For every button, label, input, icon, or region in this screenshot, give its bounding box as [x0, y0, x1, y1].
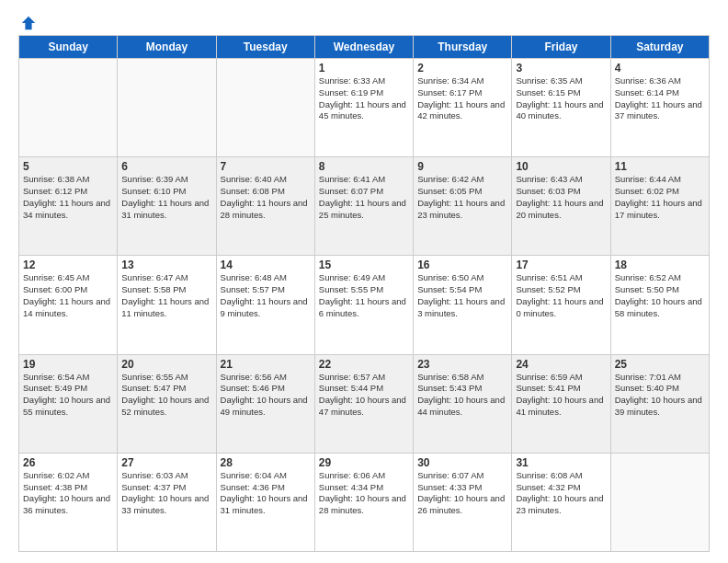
calendar-table: SundayMondayTuesdayWednesdayThursdayFrid… [18, 35, 710, 552]
calendar-day-cell: 30Sunrise: 6:07 AM Sunset: 4:33 PM Dayli… [414, 453, 512, 551]
day-info: Sunrise: 6:38 AM Sunset: 6:12 PM Dayligh… [23, 174, 113, 221]
calendar-day-cell [216, 59, 314, 157]
day-number: 7 [221, 160, 311, 173]
day-info: Sunrise: 6:59 AM Sunset: 5:41 PM Dayligh… [516, 372, 606, 419]
weekday-header-row: SundayMondayTuesdayWednesdayThursdayFrid… [19, 36, 710, 59]
calendar-day-cell: 25Sunrise: 7:01 AM Sunset: 5:40 PM Dayli… [610, 354, 709, 453]
calendar-day-cell: 18Sunrise: 6:52 AM Sunset: 5:50 PM Dayli… [610, 256, 709, 354]
day-number: 2 [417, 62, 507, 75]
calendar-day-cell: 8Sunrise: 6:41 AM Sunset: 6:07 PM Daylig… [314, 157, 413, 256]
day-info: Sunrise: 6:07 AM Sunset: 4:33 PM Dayligh… [417, 470, 507, 517]
calendar-day-cell: 24Sunrise: 6:59 AM Sunset: 5:41 PM Dayli… [512, 354, 610, 453]
calendar-week-row: 26Sunrise: 6:02 AM Sunset: 4:38 PM Dayli… [19, 453, 710, 551]
day-number: 4 [615, 62, 705, 75]
calendar-week-row: 12Sunrise: 6:45 AM Sunset: 6:00 PM Dayli… [19, 256, 710, 354]
day-number: 29 [319, 456, 409, 469]
day-number: 30 [417, 456, 507, 469]
day-number: 15 [319, 259, 409, 271]
calendar-day-cell: 14Sunrise: 6:48 AM Sunset: 5:57 PM Dayli… [216, 256, 314, 354]
day-number: 11 [615, 160, 705, 173]
calendar-day-cell: 5Sunrise: 6:38 AM Sunset: 6:12 PM Daylig… [19, 157, 118, 256]
calendar-day-cell: 7Sunrise: 6:40 AM Sunset: 6:08 PM Daylig… [216, 157, 314, 256]
day-info: Sunrise: 6:58 AM Sunset: 5:43 PM Dayligh… [417, 372, 507, 419]
day-info: Sunrise: 6:06 AM Sunset: 4:34 PM Dayligh… [319, 470, 409, 517]
calendar-week-row: 5Sunrise: 6:38 AM Sunset: 6:12 PM Daylig… [19, 157, 710, 256]
calendar-day-cell [610, 453, 709, 551]
calendar-day-cell: 2Sunrise: 6:34 AM Sunset: 6:17 PM Daylig… [414, 59, 512, 157]
calendar-day-cell: 13Sunrise: 6:47 AM Sunset: 5:58 PM Dayli… [118, 256, 216, 354]
weekday-header-cell: Thursday [414, 36, 512, 59]
day-info: Sunrise: 6:39 AM Sunset: 6:10 PM Dayligh… [121, 174, 211, 221]
weekday-header-cell: Friday [512, 36, 610, 59]
day-number: 6 [121, 160, 211, 173]
day-info: Sunrise: 6:40 AM Sunset: 6:08 PM Dayligh… [221, 174, 311, 221]
weekday-header-cell: Sunday [19, 36, 118, 59]
page: SundayMondayTuesdayWednesdayThursdayFrid… [0, 0, 728, 563]
day-number: 19 [23, 358, 113, 371]
day-number: 25 [615, 358, 705, 371]
day-info: Sunrise: 6:52 AM Sunset: 5:50 PM Dayligh… [615, 272, 705, 319]
calendar-day-cell: 3Sunrise: 6:35 AM Sunset: 6:15 PM Daylig… [512, 59, 610, 157]
calendar-day-cell: 20Sunrise: 6:55 AM Sunset: 5:47 PM Dayli… [118, 354, 216, 453]
day-number: 20 [121, 358, 211, 371]
day-info: Sunrise: 6:47 AM Sunset: 5:58 PM Dayligh… [121, 272, 211, 319]
day-number: 10 [516, 160, 606, 173]
day-info: Sunrise: 6:41 AM Sunset: 6:07 PM Dayligh… [319, 174, 409, 221]
logo-icon [20, 15, 37, 31]
day-number: 28 [221, 456, 311, 469]
day-info: Sunrise: 6:51 AM Sunset: 5:52 PM Dayligh… [516, 272, 606, 319]
logo-text [18, 15, 37, 31]
calendar-day-cell: 31Sunrise: 6:08 AM Sunset: 4:32 PM Dayli… [512, 453, 610, 551]
calendar-day-cell: 11Sunrise: 6:44 AM Sunset: 6:02 PM Dayli… [610, 157, 709, 256]
day-number: 17 [516, 259, 606, 271]
calendar-day-cell: 4Sunrise: 6:36 AM Sunset: 6:14 PM Daylig… [610, 59, 709, 157]
day-number: 14 [221, 259, 311, 271]
calendar-day-cell: 22Sunrise: 6:57 AM Sunset: 5:44 PM Dayli… [314, 354, 413, 453]
calendar-day-cell [118, 59, 216, 157]
weekday-header-cell: Tuesday [216, 36, 314, 59]
header [18, 15, 710, 28]
calendar-day-cell: 27Sunrise: 6:03 AM Sunset: 4:37 PM Dayli… [118, 453, 216, 551]
day-number: 8 [319, 160, 409, 173]
day-info: Sunrise: 6:03 AM Sunset: 4:37 PM Dayligh… [121, 470, 211, 517]
calendar-day-cell: 12Sunrise: 6:45 AM Sunset: 6:00 PM Dayli… [19, 256, 118, 354]
day-number: 1 [319, 62, 409, 75]
day-number: 24 [516, 358, 606, 371]
day-info: Sunrise: 6:42 AM Sunset: 6:05 PM Dayligh… [417, 174, 507, 221]
calendar-body: 1Sunrise: 6:33 AM Sunset: 6:19 PM Daylig… [19, 59, 710, 552]
day-info: Sunrise: 6:02 AM Sunset: 4:38 PM Dayligh… [23, 470, 113, 517]
day-info: Sunrise: 6:45 AM Sunset: 6:00 PM Dayligh… [23, 272, 113, 319]
calendar-day-cell: 19Sunrise: 6:54 AM Sunset: 5:49 PM Dayli… [19, 354, 118, 453]
day-info: Sunrise: 6:57 AM Sunset: 5:44 PM Dayligh… [319, 372, 409, 419]
weekday-header-cell: Monday [118, 36, 216, 59]
calendar-day-cell: 28Sunrise: 6:04 AM Sunset: 4:36 PM Dayli… [216, 453, 314, 551]
calendar-day-cell: 15Sunrise: 6:49 AM Sunset: 5:55 PM Dayli… [314, 256, 413, 354]
calendar-day-cell: 1Sunrise: 6:33 AM Sunset: 6:19 PM Daylig… [314, 59, 413, 157]
day-number: 18 [615, 259, 705, 271]
day-info: Sunrise: 6:35 AM Sunset: 6:15 PM Dayligh… [516, 75, 606, 122]
calendar-day-cell: 17Sunrise: 6:51 AM Sunset: 5:52 PM Dayli… [512, 256, 610, 354]
day-info: Sunrise: 6:48 AM Sunset: 5:57 PM Dayligh… [221, 272, 311, 319]
day-number: 13 [121, 259, 211, 271]
day-info: Sunrise: 6:54 AM Sunset: 5:49 PM Dayligh… [23, 372, 113, 419]
day-info: Sunrise: 6:33 AM Sunset: 6:19 PM Dayligh… [319, 75, 409, 122]
day-number: 5 [23, 160, 113, 173]
day-info: Sunrise: 6:04 AM Sunset: 4:36 PM Dayligh… [221, 470, 311, 517]
day-info: Sunrise: 6:55 AM Sunset: 5:47 PM Dayligh… [121, 372, 211, 419]
day-info: Sunrise: 6:50 AM Sunset: 5:54 PM Dayligh… [417, 272, 507, 319]
calendar-day-cell: 23Sunrise: 6:58 AM Sunset: 5:43 PM Dayli… [414, 354, 512, 453]
day-info: Sunrise: 6:08 AM Sunset: 4:32 PM Dayligh… [516, 470, 606, 517]
calendar-day-cell: 9Sunrise: 6:42 AM Sunset: 6:05 PM Daylig… [414, 157, 512, 256]
day-number: 12 [23, 259, 113, 271]
day-number: 22 [319, 358, 409, 371]
day-info: Sunrise: 6:44 AM Sunset: 6:02 PM Dayligh… [615, 174, 705, 221]
calendar-day-cell: 21Sunrise: 6:56 AM Sunset: 5:46 PM Dayli… [216, 354, 314, 453]
day-number: 16 [417, 259, 507, 271]
day-number: 3 [516, 62, 606, 75]
day-info: Sunrise: 6:49 AM Sunset: 5:55 PM Dayligh… [319, 272, 409, 319]
calendar-day-cell: 29Sunrise: 6:06 AM Sunset: 4:34 PM Dayli… [314, 453, 413, 551]
calendar-day-cell: 10Sunrise: 6:43 AM Sunset: 6:03 PM Dayli… [512, 157, 610, 256]
calendar-week-row: 19Sunrise: 6:54 AM Sunset: 5:49 PM Dayli… [19, 354, 710, 453]
day-info: Sunrise: 6:56 AM Sunset: 5:46 PM Dayligh… [221, 372, 311, 419]
day-number: 9 [417, 160, 507, 173]
